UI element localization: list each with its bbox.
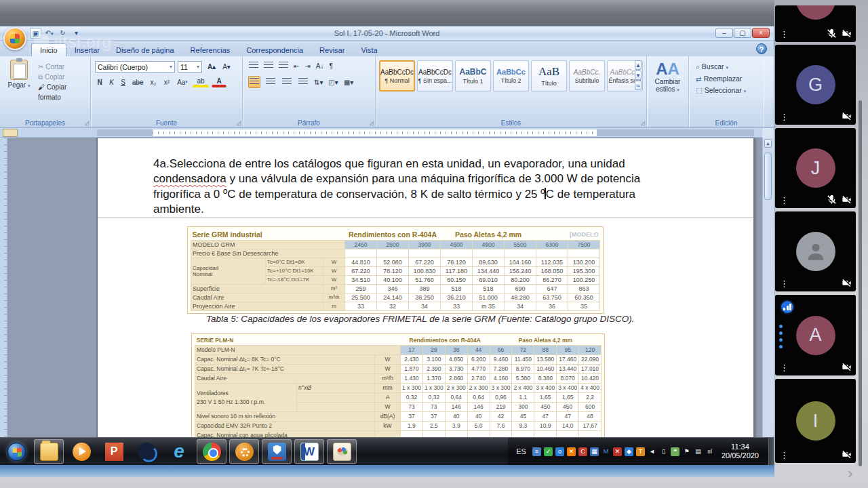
tray-network-signal-icon[interactable]: ııl xyxy=(705,447,714,456)
tab-insertar[interactable]: Insertar xyxy=(66,44,108,56)
document-scrollbar[interactable]: ▲ ▼ xyxy=(762,138,773,452)
style--normal[interactable]: AaBbCcDc¶ Normal xyxy=(379,60,415,92)
participant-tile-A[interactable]: A ⋮ xyxy=(775,295,856,375)
style-t-tulo-2[interactable]: AaBbCcTítulo 2 xyxy=(493,60,529,92)
tab-inicio[interactable]: Inicio xyxy=(31,43,66,56)
bullets-icon[interactable] xyxy=(248,61,259,70)
taskbar-file-explorer[interactable] xyxy=(34,439,64,464)
tray-m-app-icon[interactable]: M xyxy=(601,447,610,456)
style--sin-espa-[interactable]: AaBbCcDc¶ Sin espa... xyxy=(417,60,453,92)
align-right-button[interactable] xyxy=(281,76,293,88)
maximize-button[interactable]: ▢ xyxy=(734,28,751,38)
tile-menu-icon[interactable]: ⋮ xyxy=(780,363,789,372)
bold-button[interactable]: N xyxy=(95,78,104,87)
tray-green-check-icon[interactable]: ✓ xyxy=(544,447,553,456)
increase-indent-icon[interactable]: ⇥ xyxy=(304,62,311,70)
change-styles-button[interactable]: AA Cambiar estilos ▾ xyxy=(647,60,688,94)
justify-button[interactable] xyxy=(297,76,309,88)
tray-dropbox-icon[interactable]: ◆ xyxy=(625,447,633,456)
taskbar-powerpoint[interactable] xyxy=(99,439,129,464)
tray-pc-device-icon[interactable]: ▯ xyxy=(659,447,668,456)
grow-font-button[interactable]: A▴ xyxy=(205,61,218,73)
tray-flag-icon[interactable]: ⚑ xyxy=(682,447,691,456)
word-titlebar[interactable]: Sol I. 17-05-20 - Microsoft Word – ▢ × xyxy=(0,26,774,41)
tab-vista[interactable]: Vista xyxy=(353,44,385,56)
show-desktop-button[interactable] xyxy=(768,438,774,465)
tray-tablet-icon[interactable]: ▤ xyxy=(694,447,703,456)
superscript-button[interactable]: x² xyxy=(161,78,172,87)
tray-red-shield-icon[interactable]: ✕ xyxy=(613,447,622,456)
office-button[interactable] xyxy=(3,27,26,50)
participant-tile-G[interactable]: G ⋮ xyxy=(775,45,856,125)
taskbar-start[interactable] xyxy=(1,439,31,464)
decrease-indent-icon[interactable]: ⇤ xyxy=(293,62,300,70)
cut-button[interactable]: ✂ Cortar xyxy=(38,62,90,72)
tab-revisar[interactable]: Revisar xyxy=(311,44,353,56)
taskbar-media-player[interactable] xyxy=(66,439,96,464)
taskbar-word[interactable] xyxy=(294,439,324,464)
show-marks-icon[interactable]: ¶ xyxy=(328,62,333,70)
tray-document-icon[interactable]: ≡ xyxy=(532,447,541,456)
taskbar-security-app[interactable] xyxy=(262,439,292,464)
tile-menu-icon[interactable]: ⋮ xyxy=(780,113,789,121)
style-t-tulo-1[interactable]: AaBbCTítulo 1 xyxy=(455,60,491,92)
taskbar-chrome[interactable] xyxy=(197,439,226,464)
styles-scroll-down-icon[interactable]: ▼ xyxy=(635,70,642,80)
save-icon[interactable]: ▣ xyxy=(30,28,41,39)
tray-red-c-icon[interactable]: C xyxy=(578,447,587,456)
dialog-launcher-icon[interactable]: ◿ xyxy=(641,120,645,126)
help-icon[interactable]: ? xyxy=(756,43,767,54)
tray-orange-tool-icon[interactable]: T xyxy=(636,447,645,456)
redo-icon[interactable]: ↻ xyxy=(57,28,68,39)
borders-icon[interactable]: ▦▾ xyxy=(343,78,354,87)
participant-tile-partial[interactable]: ⋮ xyxy=(775,5,856,42)
taskbar-clock[interactable]: 11:34 20/05/2020 xyxy=(717,443,763,460)
multilevel-list-icon[interactable] xyxy=(278,61,289,70)
tray-avast-icon[interactable]: ✕ xyxy=(567,447,576,456)
shading-icon[interactable]: ◰▾ xyxy=(328,78,338,87)
font-size-combo[interactable]: 11▾ xyxy=(178,61,202,73)
subscript-button[interactable]: x₂ xyxy=(148,78,159,87)
tile-menu-icon[interactable]: ⋮ xyxy=(780,196,789,205)
participant-tile-J[interactable]: J ⋮ xyxy=(775,128,856,208)
filmstrip-scrollbar[interactable] xyxy=(859,100,862,466)
font-color-button[interactable]: A xyxy=(212,77,226,87)
select-button[interactable]: ⬚ Seleccionar ▾ xyxy=(696,85,746,97)
strikethrough-button[interactable]: abe xyxy=(130,78,145,87)
tile-menu-icon[interactable]: ⋮ xyxy=(780,451,789,460)
highlight-button[interactable]: ab xyxy=(193,77,209,87)
document-page[interactable]: 4a.Selecciona de entre los catálogos que… xyxy=(97,138,754,452)
more-participants-icon[interactable]: › xyxy=(848,466,852,481)
taskbar-dark-browser[interactable] xyxy=(132,439,161,464)
connection-indicator[interactable] xyxy=(780,300,795,314)
copy-button[interactable]: ⧉ Copiar xyxy=(38,72,90,82)
tile-menu-icon[interactable]: ⋮ xyxy=(780,279,789,288)
align-left-button[interactable] xyxy=(248,76,260,88)
taskbar-internet-explorer[interactable] xyxy=(164,439,194,464)
tray-volume-icon[interactable]: ◄ xyxy=(648,447,656,456)
taskbar-settings[interactable] xyxy=(229,439,259,464)
taskbar-paint[interactable] xyxy=(327,439,357,464)
tray-chat-icon[interactable]: ❝ xyxy=(671,447,679,456)
tab-selector-icon[interactable] xyxy=(3,129,18,137)
language-switcher[interactable]: ES xyxy=(513,447,529,455)
tab-referencias[interactable]: Referencias xyxy=(182,44,239,56)
qat-customize-icon[interactable]: ▾ xyxy=(71,28,82,39)
font-family-combo[interactable]: Calibri (Cuerpo)▾ xyxy=(95,61,175,73)
tray-grid-app-icon[interactable]: ▦ xyxy=(590,447,599,456)
participant-tile-I[interactable]: I ⋮ xyxy=(775,379,856,463)
scrollbar-thumb[interactable] xyxy=(764,152,772,200)
underline-button[interactable]: S xyxy=(119,78,127,87)
format-painter-button[interactable]: 🖌︎ Copiar formato xyxy=(38,82,90,102)
paste-button[interactable]: Pegar ▾ xyxy=(4,60,34,89)
line-spacing-icon[interactable]: ⇅▾ xyxy=(313,78,323,87)
style-t-tulo[interactable]: AaBTítulo xyxy=(531,60,567,92)
dialog-launcher-icon[interactable]: ◿ xyxy=(370,120,374,126)
replace-button[interactable]: ⇄ Reemplazar xyxy=(696,73,746,85)
scroll-up-icon[interactable]: ▲ xyxy=(764,139,772,148)
tray-blue-app-icon[interactable]: o xyxy=(555,447,564,456)
shrink-font-button[interactable]: A▾ xyxy=(220,61,233,73)
style-subt-tulo[interactable]: AaBbCc.Subtítulo xyxy=(569,60,605,92)
tab-dise-o-de-p-gina[interactable]: Diseño de página xyxy=(108,44,182,56)
dialog-launcher-icon[interactable]: ◿ xyxy=(237,120,241,126)
